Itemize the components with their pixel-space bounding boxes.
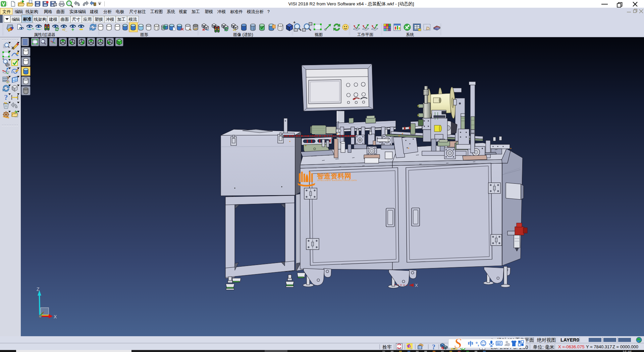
svg-text:视窗: 视窗 bbox=[179, 9, 187, 14]
svg-text:X: X bbox=[54, 314, 57, 319]
svg-text:曲面: 曲面 bbox=[61, 17, 69, 22]
svg-text:应用: 应用 bbox=[84, 17, 92, 22]
svg-text:尺寸标注: 尺寸标注 bbox=[129, 9, 146, 14]
svg-text:7: 7 bbox=[508, 344, 509, 346]
svg-text:VISI 2018 R2 from Vero Softwar: VISI 2018 R2 from Vero Software x64 - 总装… bbox=[288, 1, 414, 6]
svg-text:S: S bbox=[454, 336, 462, 351]
svg-text:编辑: 编辑 bbox=[12, 17, 20, 22]
svg-text:建模: 建模 bbox=[90, 9, 98, 14]
svg-text:+: + bbox=[2, 57, 4, 61]
svg-text:线架构: 线架构 bbox=[25, 9, 38, 14]
svg-text:?: ? bbox=[267, 9, 270, 14]
svg-text:?: ? bbox=[4, 93, 8, 101]
svg-text:电极: 电极 bbox=[116, 9, 124, 14]
svg-text:网格: 网格 bbox=[44, 9, 52, 14]
svg-text:中: 中 bbox=[468, 341, 474, 347]
svg-text:16:46: 16:46 bbox=[623, 350, 632, 352]
svg-text:X: X bbox=[415, 283, 418, 288]
svg-text:单位: 毫米: 单位: 毫米 bbox=[533, 344, 554, 350]
svg-text:智造资料网: 智造资料网 bbox=[317, 172, 352, 180]
svg-text:+/_: +/_ bbox=[233, 28, 238, 32]
svg-text:°,: °, bbox=[476, 341, 479, 347]
svg-text:-: - bbox=[41, 27, 43, 31]
svg-text:线架构: 线架构 bbox=[34, 17, 47, 22]
svg-text:实体编辑: 实体编辑 bbox=[69, 9, 86, 14]
svg-text:分析: 分析 bbox=[103, 9, 112, 14]
svg-text:+/_: +/_ bbox=[62, 28, 67, 32]
svg-text:模流: 模流 bbox=[128, 17, 138, 22]
svg-text:Z: Z bbox=[37, 287, 40, 292]
svg-text:尺寸: 尺寸 bbox=[72, 17, 80, 22]
svg-text:曲面: 曲面 bbox=[56, 9, 65, 14]
svg-text:?: ? bbox=[432, 343, 435, 351]
svg-text:工程图: 工程图 bbox=[150, 9, 163, 14]
svg-text:标准件: 标准件 bbox=[230, 9, 243, 14]
svg-text:模流分析: 模流分析 bbox=[247, 9, 264, 14]
svg-text:加工: 加工 bbox=[192, 9, 200, 14]
svg-text:系统: 系统 bbox=[167, 9, 175, 14]
svg-text:文件: 文件 bbox=[2, 9, 11, 14]
svg-text:拴牢: 拴牢 bbox=[382, 344, 392, 350]
svg-text:INTELLIGENT MANUFACTURING DATA: INTELLIGENT MANUFACTURING DATA bbox=[317, 179, 357, 181]
svg-text:塑膜: 塑膜 bbox=[95, 17, 103, 22]
svg-text:+: + bbox=[32, 27, 34, 31]
svg-text:编辑: 编辑 bbox=[15, 9, 23, 14]
svg-text:加工: 加工 bbox=[117, 17, 126, 22]
svg-text:塑模: 塑模 bbox=[205, 9, 213, 14]
svg-text:Z = 0000.000: Z = 0000.000 bbox=[612, 344, 638, 349]
svg-text:+: + bbox=[293, 20, 296, 25]
svg-text:Y = 7840.317: Y = 7840.317 bbox=[586, 344, 612, 349]
svg-text:LAYER0: LAYER0 bbox=[560, 337, 579, 343]
svg-text:建模: 建模 bbox=[49, 17, 57, 22]
svg-text:冲模: 冲模 bbox=[217, 9, 226, 14]
svg-text:+: + bbox=[71, 27, 74, 32]
svg-text:绝对视图: 绝对视图 bbox=[537, 337, 556, 343]
svg-text:标准: 标准 bbox=[23, 17, 32, 21]
svg-text:冲模: 冲模 bbox=[106, 17, 114, 22]
svg-text:X =-0636.075: X =-0636.075 bbox=[558, 344, 584, 349]
